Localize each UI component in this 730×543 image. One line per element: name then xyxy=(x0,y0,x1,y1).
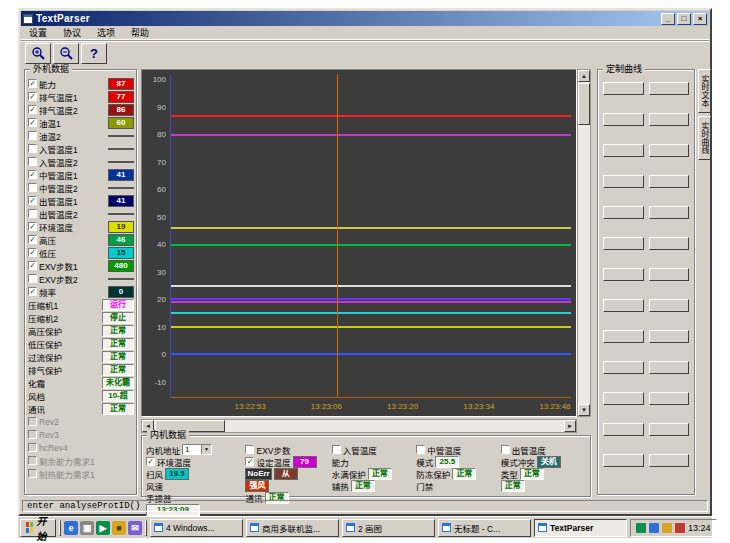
taskbar-window-button[interactable]: 2 画图 xyxy=(342,519,435,537)
sensor-value-badge: 41 xyxy=(108,195,134,207)
exv-checkbox[interactable] xyxy=(245,445,254,454)
curve-slot-button[interactable] xyxy=(603,361,644,374)
curve-slot-button[interactable] xyxy=(603,144,644,157)
curve-slot-button[interactable] xyxy=(603,237,644,250)
sensor-checkbox[interactable] xyxy=(28,79,37,88)
menu-item[interactable]: 帮助 xyxy=(123,25,157,40)
fan-speed-value-badge: 强风 xyxy=(245,480,269,492)
curve-slot-button[interactable] xyxy=(603,299,644,312)
curve-slot-button[interactable] xyxy=(649,113,690,126)
help-button[interactable]: ? xyxy=(81,43,107,64)
indoor-col-1: 内机地址 1 ▼ 环境温度 扫风 19.5 xyxy=(146,444,241,494)
media-player-icon[interactable]: ▶ xyxy=(96,521,110,535)
curve-slot-button[interactable] xyxy=(649,268,690,281)
taskbar-window-button[interactable]: 无标题 - C... xyxy=(438,519,531,537)
scroll-right-arrow-icon[interactable]: ► xyxy=(564,420,576,432)
status-label: 低压保护 xyxy=(28,338,100,350)
chart-horizontal-scrollbar[interactable]: ◄ ► xyxy=(141,419,577,433)
start-button[interactable]: 开始 xyxy=(20,519,56,537)
trend-chart: 1009080706050403020100-10 13:22:5313:23:… xyxy=(141,69,577,417)
env-temp-checkbox[interactable] xyxy=(146,457,155,466)
sensor-checkbox[interactable] xyxy=(28,287,37,296)
indoor-address-select[interactable]: 1 ▼ xyxy=(182,444,212,455)
curve-slot-button[interactable] xyxy=(603,206,644,219)
curve-slot-button[interactable] xyxy=(603,330,644,343)
menu-item[interactable]: 设置 xyxy=(21,25,55,40)
sensor-checkbox[interactable] xyxy=(28,235,37,244)
tray-status-icon[interactable] xyxy=(636,523,646,533)
status-row: 压缩机2 停止 xyxy=(28,311,134,324)
sensor-checkbox[interactable] xyxy=(28,157,37,166)
sensor-value-badge: 60 xyxy=(108,117,134,129)
mail-icon[interactable]: ✉ xyxy=(128,521,142,535)
sensor-checkbox[interactable] xyxy=(28,105,37,114)
curve-slot-button[interactable] xyxy=(649,175,690,188)
sensor-checkbox[interactable] xyxy=(28,92,37,101)
sensor-checkbox[interactable] xyxy=(28,183,37,192)
sensor-checkbox[interactable] xyxy=(28,118,37,127)
menu-item[interactable]: 选项 xyxy=(89,25,123,40)
sensor-checkbox[interactable] xyxy=(28,248,37,257)
curve-slot-button[interactable] xyxy=(649,361,690,374)
maximize-button[interactable]: □ xyxy=(677,13,691,25)
curve-slot-button[interactable] xyxy=(649,423,690,436)
sensor-checkbox[interactable] xyxy=(28,170,37,179)
curve-slot-button[interactable] xyxy=(603,175,644,188)
sensor-checkbox[interactable] xyxy=(28,131,37,140)
curve-slot-button[interactable] xyxy=(649,392,690,405)
taskbar-window-button[interactable]: TextParser xyxy=(534,519,627,537)
curve-slot-button[interactable] xyxy=(649,454,690,467)
desktop-icon[interactable]: ▣ xyxy=(80,521,94,535)
sweep-value-row: NoErr 从 xyxy=(245,468,327,479)
midpipe-checkbox[interactable] xyxy=(416,445,425,454)
chart-plot[interactable] xyxy=(170,74,571,398)
disabled-label: 剩余能力需求1 xyxy=(39,455,134,467)
side-tab[interactable]: 实时文本 xyxy=(698,69,711,113)
zoom-in-button[interactable] xyxy=(25,43,51,64)
tray-app-icon[interactable] xyxy=(675,523,685,533)
status-value: 正常 xyxy=(102,351,134,363)
chart-vertical-scrollbar[interactable]: ▲ ▼ xyxy=(577,69,591,417)
menu-item[interactable]: 协议 xyxy=(55,25,89,40)
curve-slot-button[interactable] xyxy=(649,206,690,219)
set-temp-checkbox[interactable] xyxy=(245,457,254,466)
tray-clock[interactable]: 13:24 xyxy=(688,523,711,533)
start-label: 开始 xyxy=(36,513,50,543)
curve-slot-button[interactable] xyxy=(603,454,644,467)
curve-slot-button[interactable] xyxy=(603,268,644,281)
curve-slot-button[interactable] xyxy=(649,82,690,95)
disabled-row: hcRev4 xyxy=(28,441,134,454)
vertical-scroll-thumb[interactable] xyxy=(578,83,590,125)
sensor-checkbox[interactable] xyxy=(28,196,37,205)
ie-icon[interactable]: e xyxy=(64,521,78,535)
curve-slot-grid xyxy=(603,82,689,486)
curve-slot-button[interactable] xyxy=(649,237,690,250)
curve-slot-button[interactable] xyxy=(603,113,644,126)
taskbar-window-button[interactable]: 商用多联机监... xyxy=(246,519,339,537)
sensor-value-badge xyxy=(108,161,134,163)
taskbar-window-button[interactable]: 4 Windows... xyxy=(150,519,243,537)
folder-icon[interactable]: ■ xyxy=(112,521,126,535)
tray-volume-icon[interactable] xyxy=(662,523,672,533)
scroll-up-arrow-icon[interactable]: ▲ xyxy=(578,70,590,82)
tray-network-icon[interactable] xyxy=(649,523,659,533)
sensor-checkbox[interactable] xyxy=(28,274,37,283)
scroll-down-arrow-icon[interactable]: ▼ xyxy=(578,404,590,416)
curve-slot-button[interactable] xyxy=(603,392,644,405)
sensor-checkbox[interactable] xyxy=(28,144,37,153)
outpipe-checkbox[interactable] xyxy=(501,445,510,454)
inpipe-checkbox[interactable] xyxy=(332,445,341,454)
side-tab[interactable]: 实时曲线 xyxy=(698,116,711,160)
sensor-checkbox[interactable] xyxy=(28,261,37,270)
curve-slot-button[interactable] xyxy=(649,330,690,343)
curve-slot-button[interactable] xyxy=(603,423,644,436)
zoom-out-button[interactable] xyxy=(53,43,79,64)
curve-slot-button[interactable] xyxy=(649,299,690,312)
sensor-checkbox[interactable] xyxy=(28,209,37,218)
minimize-button[interactable]: _ xyxy=(661,13,675,25)
sensor-checkbox[interactable] xyxy=(28,222,37,231)
close-button[interactable]: × xyxy=(693,13,707,25)
curve-slot-button[interactable] xyxy=(649,144,690,157)
status-value: 未化霜 xyxy=(102,377,134,389)
curve-slot-button[interactable] xyxy=(603,82,644,95)
